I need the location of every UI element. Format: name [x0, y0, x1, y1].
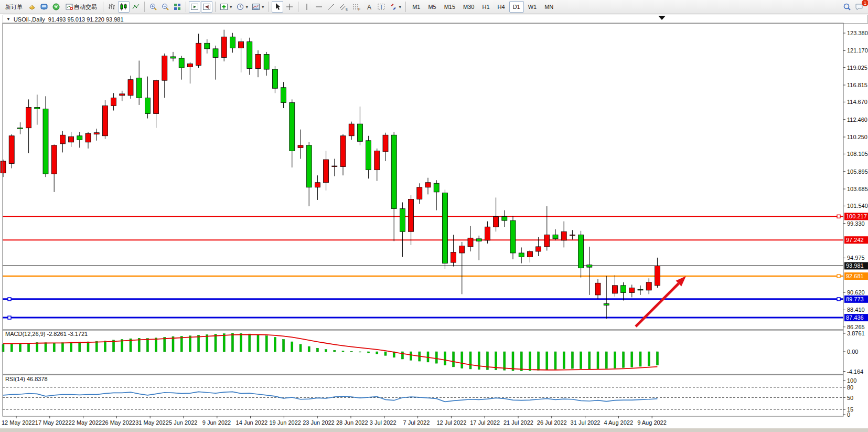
svg-text:26 May 2022: 26 May 2022	[102, 419, 135, 426]
svg-text:89.773: 89.773	[846, 296, 864, 302]
trend-arrow[interactable]	[636, 276, 686, 326]
date-axis[interactable]: 12 May 202217 May 202222 May 202226 May …	[2, 416, 667, 426]
svg-text:93.981: 93.981	[846, 262, 864, 269]
rsi-label: RSI(14) 46.8378	[5, 376, 48, 382]
svg-text:7 Jul 2022: 7 Jul 2022	[403, 419, 430, 426]
svg-text:28 Jun 2022: 28 Jun 2022	[336, 419, 368, 426]
svg-text:-4.164: -4.164	[847, 368, 863, 375]
svg-text:86.265: 86.265	[847, 324, 865, 330]
svg-text:103.685: 103.685	[847, 186, 868, 192]
shift-marker-icon[interactable]	[658, 16, 666, 20]
svg-text:90.620: 90.620	[847, 289, 865, 296]
svg-text:92.681: 92.681	[846, 273, 864, 279]
svg-text:0: 0	[847, 412, 850, 418]
svg-text:19 Jun 2022: 19 Jun 2022	[269, 419, 301, 426]
price-axis[interactable]: 123.380121.170119.025116.815114.670112.4…	[843, 30, 868, 418]
svg-text:50: 50	[847, 395, 853, 401]
svg-text:112.460: 112.460	[847, 117, 867, 123]
svg-text:17 May 2022: 17 May 2022	[35, 419, 69, 426]
svg-text:108.105: 108.105	[847, 151, 868, 157]
svg-text:121.170: 121.170	[847, 47, 868, 54]
svg-text:114.670: 114.670	[847, 99, 867, 105]
svg-text:4 Aug 2022: 4 Aug 2022	[604, 419, 633, 426]
svg-text:100: 100	[847, 377, 856, 384]
svg-text:119.025: 119.025	[847, 65, 867, 71]
horizontal-line-objects[interactable]	[3, 216, 843, 318]
svg-text:94.975: 94.975	[847, 255, 865, 261]
svg-text:9 Aug 2022: 9 Aug 2022	[637, 419, 667, 426]
svg-text:31 May 2022: 31 May 2022	[135, 419, 169, 426]
svg-text:99.330: 99.330	[847, 220, 865, 227]
svg-text:3 Jul 2022: 3 Jul 2022	[370, 419, 397, 426]
svg-text:105.895: 105.895	[847, 168, 868, 175]
svg-text:123.380: 123.380	[847, 30, 868, 36]
rsi-pane: RSI(14) 46.8378	[3, 376, 843, 409]
macd-pane: MACD(12,26,9) -2.8261 -3.1721	[2, 331, 658, 371]
macd-label: MACD(12,26,9) -2.8261 -3.1721	[5, 331, 88, 337]
svg-text:14 Jun 2022: 14 Jun 2022	[236, 419, 268, 426]
svg-text:5 Jun 2022: 5 Jun 2022	[169, 419, 197, 426]
mt4-window: 新订单	[0, 0, 868, 432]
svg-text:23 Jun 2022: 23 Jun 2022	[303, 419, 335, 426]
svg-text:3.8761: 3.8761	[847, 330, 865, 336]
svg-text:12 Jul 2022: 12 Jul 2022	[436, 419, 466, 426]
svg-text:110.250: 110.250	[847, 134, 867, 140]
price-chart-canvas[interactable]: MACD(12,26,9) -2.8261 -3.1721RSI(14) 46.…	[0, 0, 868, 432]
svg-text:21 Jul 2022: 21 Jul 2022	[503, 419, 533, 426]
svg-text:26 Jul 2022: 26 Jul 2022	[537, 419, 567, 426]
svg-text:12 May 2022: 12 May 2022	[2, 419, 35, 426]
svg-text:80: 80	[847, 384, 853, 391]
svg-text:17 Jul 2022: 17 Jul 2022	[470, 419, 500, 426]
svg-text:100.217: 100.217	[846, 213, 867, 219]
svg-text:87.436: 87.436	[846, 314, 864, 321]
svg-text:88.410: 88.410	[847, 307, 865, 313]
svg-text:97.242: 97.242	[846, 237, 864, 243]
svg-text:22 May 2022: 22 May 2022	[69, 419, 102, 426]
svg-text:9 Jun 2022: 9 Jun 2022	[202, 419, 231, 426]
svg-text:31 Jul 2022: 31 Jul 2022	[571, 419, 601, 426]
window-bottom-edge	[0, 428, 868, 432]
candles-layer	[1, 30, 660, 319]
svg-text:116.815: 116.815	[847, 82, 867, 88]
svg-text:0.00: 0.00	[847, 349, 858, 355]
line-handles[interactable]	[8, 215, 840, 319]
svg-text:101.540: 101.540	[847, 203, 868, 209]
